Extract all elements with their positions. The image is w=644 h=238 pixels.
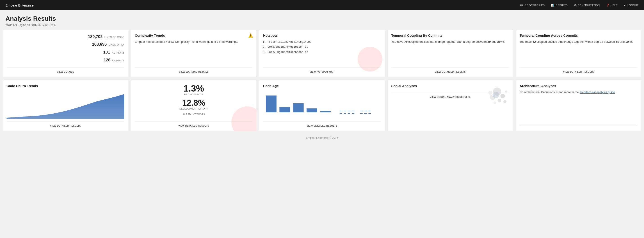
temporal-commits-low: 50	[488, 40, 490, 43]
warning-icon: ⚠️	[248, 33, 253, 38]
svg-point-14	[494, 102, 496, 104]
nav-results[interactable]: 📊 RESULTS	[551, 3, 568, 7]
stats-view-details-link[interactable]: VIEW DETAILS	[57, 71, 74, 73]
hotspot-list: Presentation/Model/Login.cs Core/Engine/…	[263, 40, 381, 55]
nav-logout[interactable]: ↩ LOGOUT	[624, 3, 638, 7]
social-link[interactable]: VIEW SOCIAL ANALYSIS RESULTS	[430, 96, 471, 98]
stat-row-loc: 180,702 LINES OF CODE	[6, 33, 124, 40]
page-subtitle: WOPR AI Engine on 2016-05-17 at 19:44.	[6, 23, 638, 26]
stat-csharp-number: 168,696	[92, 41, 107, 48]
temporal-commits-high: 89	[497, 40, 500, 43]
red-hotspots-percent2: 12.8%	[135, 99, 252, 107]
svg-marker-0	[6, 94, 124, 119]
svg-point-15	[504, 100, 506, 103]
arch-body-suffix: .	[615, 90, 616, 94]
stat-commits-number: 128	[97, 57, 110, 63]
temporal-across-title: Temporal Coupling Across Commits	[520, 33, 638, 37]
hotspot-item-2: Core/Engine/Prediction.cs	[268, 45, 381, 50]
code-age-link[interactable]: VIEW DETAILED RESULTS	[307, 125, 338, 127]
stat-authors-number: 101	[96, 49, 110, 56]
top-cards-grid: 180,702 LINES OF CODE 168,696 LINES OF C…	[0, 30, 644, 80]
churn-svg	[6, 92, 124, 119]
logout-icon: ↩	[624, 3, 626, 7]
nav-configuration[interactable]: ⚙ CONFIGURATION	[574, 3, 600, 7]
stats-card-footer: VIEW DETAILS	[6, 68, 124, 74]
hotspot-item-1: Presentation/Model/Login.cs	[268, 40, 381, 45]
nav-help-label: HELP	[611, 4, 618, 6]
stats-card: 180,702 LINES OF CODE 168,696 LINES OF C…	[3, 30, 128, 77]
results-icon: 📊	[551, 3, 554, 7]
stat-row-csharp: 168,696 LINES OF C#	[6, 41, 124, 48]
temporal-across-footer: VIEW DETAILED RESULTS	[520, 68, 638, 74]
temporal-across-card: Temporal Coupling Across Commits You hav…	[516, 30, 641, 77]
red-hotspots-label3: IN RED HOTSPOTS	[135, 113, 252, 116]
page-footer: Empear Enterprise © 2016	[0, 134, 644, 142]
hotspots-link[interactable]: VIEW HOTSPOT MAP	[310, 71, 334, 73]
stat-csharp-label: LINES OF C#	[108, 43, 124, 47]
svg-point-17	[505, 90, 507, 93]
social-title: Social Analyses	[392, 84, 509, 88]
red-hotspots-content: 1.3% RED HOTSPOTS 12.8% DEVELOPMENT EFFO…	[135, 84, 252, 119]
churn-card: Code Churn Trends VIEW DETAILED RESULTS	[3, 80, 128, 131]
arch-guide-link[interactable]: architectural analysis guide	[580, 90, 615, 94]
footer-text: Empear Enterprise © 2016	[306, 136, 338, 139]
help-icon: ❓	[606, 3, 610, 7]
churn-body	[6, 90, 124, 119]
hotspots-card: Hotspots Presentation/Model/Login.cs Cor…	[259, 30, 385, 77]
churn-link[interactable]: VIEW DETAILED RESULTS	[50, 125, 81, 127]
arch-footer	[520, 125, 638, 127]
stat-authors-label: AUTHORS	[112, 51, 124, 55]
arch-card: Architectural Analyses No Architectural …	[516, 80, 641, 131]
page-title: Analysis Results	[6, 15, 638, 22]
arch-body: No Architectural Definitions. Read more …	[520, 90, 638, 123]
code-age-svg	[263, 93, 381, 119]
svg-rect-2	[280, 107, 290, 112]
red-hotspots-card: 1.3% RED HOTSPOTS 12.8% DEVELOPMENT EFFO…	[131, 80, 256, 131]
navbar-brand: Empear Enterprise	[6, 3, 520, 7]
red-hotspots-footer: VIEW DETAILED RESULTS	[135, 121, 252, 127]
temporal-across-link[interactable]: VIEW DETAILED RESULTS	[563, 71, 594, 73]
stat-row-authors: 101 AUTHORS	[6, 49, 124, 56]
complexity-card: ⚠️ Complexity Trends Empear has detected…	[131, 30, 256, 77]
arch-body-prefix: No Architectural Definitions. Read more …	[520, 90, 580, 94]
social-footer: VIEW SOCIAL ANALYSIS RESULTS	[392, 93, 509, 99]
arch-title: Architectural Analyses	[520, 84, 638, 88]
red-hotspots-label2: DEVELOPMENT EFFORT	[135, 108, 252, 110]
temporal-commits-card: Temporal Coupling By Commits You have 78…	[388, 30, 513, 77]
configuration-icon: ⚙	[574, 3, 577, 7]
hotspots-footer: VIEW HOTSPOT MAP	[263, 68, 381, 74]
stat-row-commits: 128 COMMITS	[6, 57, 124, 63]
nav-repositories[interactable]: </> REPOSITORIES	[520, 3, 545, 7]
stat-loc-label: LINES OF CODE	[104, 35, 124, 39]
code-age-title: Code Age	[263, 84, 381, 88]
temporal-commits-footer: VIEW DETAILED RESULTS	[392, 68, 509, 74]
complexity-title: Complexity Trends	[135, 33, 252, 37]
complexity-body: Empear has detected 2 Yellow Complexity …	[135, 40, 252, 65]
nav-help[interactable]: ❓ HELP	[606, 3, 618, 7]
hotspot-item-3: Core/Engine/Misc/Chess.cs	[268, 50, 381, 55]
churn-footer: VIEW DETAILED RESULTS	[6, 121, 124, 127]
temporal-commits-title: Temporal Coupling By Commits	[392, 33, 509, 37]
temporal-across-coupled: 62	[532, 40, 536, 43]
nav-logout-label: LOGOUT	[628, 4, 638, 6]
nav-results-label: RESULTS	[556, 4, 568, 6]
churn-chart	[6, 92, 124, 119]
temporal-commits-coupled: 78	[404, 40, 408, 43]
svg-rect-5	[320, 111, 331, 112]
temporal-across-low: 50	[616, 40, 619, 43]
temporal-commits-link[interactable]: VIEW DETAILED RESULTS	[435, 71, 466, 73]
temporal-across-high: 88	[626, 40, 629, 43]
stat-commits-label: COMMITS	[112, 59, 124, 63]
complexity-footer: VIEW WARNING DETAILS	[135, 68, 252, 74]
svg-rect-4	[307, 109, 317, 112]
churn-title: Code Churn Trends	[6, 84, 124, 88]
nav-repositories-label: REPOSITORIES	[525, 4, 545, 6]
svg-point-13	[498, 99, 501, 102]
bottom-cards-grid: Code Churn Trends VIEW DETAILED RESULTS	[0, 80, 644, 134]
navbar: Empear Enterprise </> REPOSITORIES 📊 RES…	[0, 0, 644, 10]
red-hotspots-label1: RED HOTSPOTS	[135, 93, 252, 96]
complexity-link[interactable]: VIEW WARNING DETAILS	[179, 71, 208, 73]
code-age-card: Code Age VIEW DETAILED RESULTS	[259, 80, 385, 131]
red-hotspots-link[interactable]: VIEW DETAILED RESULTS	[178, 125, 209, 127]
repositories-icon: </>	[520, 3, 524, 7]
